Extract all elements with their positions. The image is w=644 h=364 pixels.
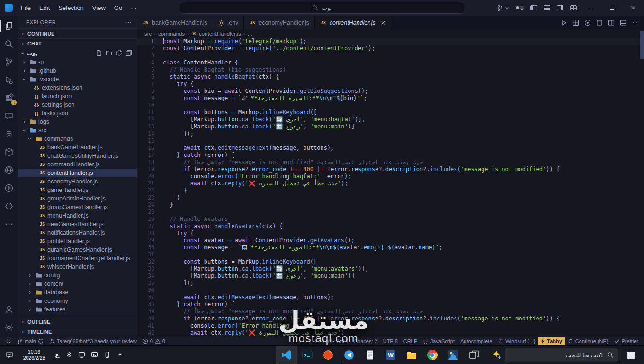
- code-line[interactable]: 20 console.error('Error handling baqfat:…: [137, 173, 644, 180]
- taskbar-app-word[interactable]: W: [380, 346, 401, 364]
- section-outline[interactable]: ›OUTLINE: [18, 317, 137, 327]
- window-badge[interactable]: 8: [512, 0, 527, 16]
- tree-file-quranicGamesHandler.js[interactable]: JSquranicGamesHandler.js: [18, 246, 137, 254]
- editor-scrollbar[interactable]: [639, 29, 644, 337]
- screencast-icon[interactable]: [596, 19, 603, 26]
- code-line[interactable]: 16 await ctx.editMessageText(message, bu…: [137, 145, 644, 152]
- collapse-all-icon[interactable]: [125, 50, 132, 56]
- code-line[interactable]: 11 const buttons = Markup.inlineKeyboard…: [137, 109, 644, 116]
- language-mode[interactable]: {}JavaScript: [420, 337, 457, 346]
- run-button[interactable]: [561, 19, 567, 26]
- monitor-icon[interactable]: [78, 351, 85, 358]
- remote-indicator[interactable]: [3, 337, 14, 346]
- code-line[interactable]: 17 } catch (error) {: [137, 152, 644, 159]
- code-line[interactable]: 12 [Markup.button.callback('🔄 أخرى', 'me…: [137, 116, 644, 123]
- breadcrumb-item[interactable]: contentHandler.js: [199, 31, 241, 36]
- refresh-icon[interactable]: [116, 50, 122, 56]
- activity-remote[interactable]: [0, 197, 18, 215]
- activity-windsurf[interactable]: [0, 125, 18, 143]
- tree-file-bankGameHandler.js[interactable]: JSbankGameHandler.js: [18, 143, 137, 152]
- breadcrumb-item[interactable]: commands: [158, 31, 185, 36]
- customize-layout-button[interactable]: [567, 0, 580, 16]
- record-icon[interactable]: [584, 19, 591, 26]
- code-line[interactable]: 31: [137, 251, 644, 258]
- code-line[interactable]: 24 }: [137, 201, 644, 209]
- phone-link-icon[interactable]: [104, 351, 111, 358]
- autocomplete-status[interactable]: Autocomplete: [457, 337, 495, 346]
- tree-file-groupGamesHandler.js[interactable]: JSgroupGamesHandler.js: [18, 203, 137, 211]
- menu-edit[interactable]: Edit: [35, 0, 54, 16]
- tree-folder-database[interactable]: ›database: [18, 288, 137, 297]
- tree-file-chatGamesUtilityHandler.js[interactable]: JSchatGamesUtilityHandler.js: [18, 152, 137, 160]
- code-line[interactable]: 14 ]);: [137, 130, 644, 137]
- taskbar-app-vscode[interactable]: [276, 346, 297, 364]
- toggle-panel-button[interactable]: [540, 0, 554, 16]
- tree-folder-features[interactable]: ›features: [18, 305, 137, 314]
- menu-more[interactable]: ···: [126, 0, 141, 16]
- indentation[interactable]: Spaces: 2: [351, 337, 380, 346]
- tree-file-extensions.json[interactable]: {}extensions.json: [18, 83, 137, 92]
- breadcrumb-item[interactable]: …: [247, 31, 253, 36]
- code-line[interactable]: 13 [Markup.button.callback('🔙 رجوع', 'me…: [137, 123, 644, 130]
- tree-file-menuHandler.js[interactable]: JSmenuHandler.js: [18, 211, 137, 220]
- close-icon[interactable]: [381, 20, 385, 25]
- sparkle-icon[interactable]: [492, 350, 502, 360]
- activity-globe[interactable]: [0, 161, 18, 179]
- menu-go[interactable]: Go: [110, 0, 126, 16]
- start-button[interactable]: [620, 346, 642, 364]
- taskbar-app-telegram[interactable]: [339, 346, 359, 364]
- code-line[interactable]: 18 // تجاهل خطأ "message is not modified…: [137, 159, 644, 166]
- tree-folder-economy[interactable]: ›economy: [18, 297, 137, 305]
- taskbar-app-chrome[interactable]: [422, 346, 443, 364]
- code-line[interactable]: 7 try {: [137, 81, 644, 88]
- code-line[interactable]: 41 console.error('Error handling avatars…: [137, 322, 644, 329]
- tabby-status[interactable]: Tabby: [538, 337, 565, 346]
- tree-file-commandHandler.js[interactable]: JScommandHandler.js: [18, 160, 137, 169]
- activity-explorer[interactable]: [0, 17, 18, 35]
- maximize-button[interactable]: [601, 0, 623, 16]
- tree-file-settings.json[interactable]: {}settings.json: [18, 100, 137, 109]
- section-timeline[interactable]: ›TIMELINE: [18, 327, 137, 337]
- code-line[interactable]: 2const ContentProvider = require('../con…: [137, 45, 644, 52]
- breadcrumb[interactable]: src›commands›JScontentHandler.js›…: [137, 29, 644, 38]
- section-continue[interactable]: ›CONTINUE: [18, 28, 137, 38]
- code-line[interactable]: 35 ]);: [137, 280, 644, 287]
- code-line[interactable]: 1const Markup = require('telegraf/markup…: [137, 38, 644, 45]
- tree-file-economyHandler.js[interactable]: JSeconomyHandler.js: [18, 177, 137, 186]
- tree-file-launch.json[interactable]: {}launch.json: [18, 92, 137, 100]
- activity-chat[interactable]: [0, 107, 18, 125]
- encoding[interactable]: UTF-8: [380, 337, 401, 346]
- activity-settings[interactable]: [0, 318, 18, 337]
- activity-source-control[interactable]: [0, 53, 18, 71]
- code-line[interactable]: 23 }: [137, 194, 644, 201]
- new-folder-icon[interactable]: [106, 50, 112, 56]
- tab-env[interactable]: .env: [213, 16, 244, 29]
- windsurf-status[interactable]: Windsurf {...}: [495, 337, 538, 346]
- code-line[interactable]: 42 await ctx.reply('❌ حدث خطأ في تحميل ا…: [137, 329, 644, 337]
- taskbar-search-input[interactable]: اكتب هنا للبحث: [505, 348, 618, 362]
- tree-file-tasks.json[interactable]: {}tasks.json: [18, 109, 137, 118]
- tree-file-gameHandler.js[interactable]: JSgameHandler.js: [18, 186, 137, 194]
- tree-file-groupAdminHandler.js[interactable]: JSgroupAdminHandler.js: [18, 194, 137, 203]
- chevron-up-icon[interactable]: [116, 351, 124, 358]
- breadcrumb-item[interactable]: src: [144, 31, 152, 36]
- code-line[interactable]: 19 if (error.response?.error_code !== 40…: [137, 166, 644, 173]
- taskbar-app-photos[interactable]: [443, 346, 464, 364]
- language-indicator[interactable]: ع: [55, 351, 59, 358]
- minimize-button[interactable]: [580, 0, 601, 16]
- taskbar-app-file-explorer[interactable]: [401, 346, 422, 364]
- cast-icon[interactable]: [91, 351, 98, 358]
- menu-selection[interactable]: Selection: [54, 0, 88, 16]
- toggle-panel-icon[interactable]: [620, 19, 626, 26]
- tree-folder--p[interactable]: ›-p: [18, 58, 137, 66]
- tree-folder-.github[interactable]: ›.github: [18, 66, 137, 75]
- menu-view[interactable]: View: [88, 0, 110, 16]
- activity-search[interactable]: [0, 35, 18, 53]
- menu-file[interactable]: File: [17, 0, 35, 16]
- code-line[interactable]: 38 } catch (error) {: [137, 301, 644, 308]
- section-chat[interactable]: ›CHAT: [18, 38, 137, 48]
- action-center-icon[interactable]: [6, 351, 13, 359]
- toggle-secondary-sidebar-button[interactable]: [554, 0, 567, 16]
- command-center-search[interactable]: بوت: [180, 2, 464, 14]
- taskbar-app-notepad[interactable]: [359, 346, 380, 364]
